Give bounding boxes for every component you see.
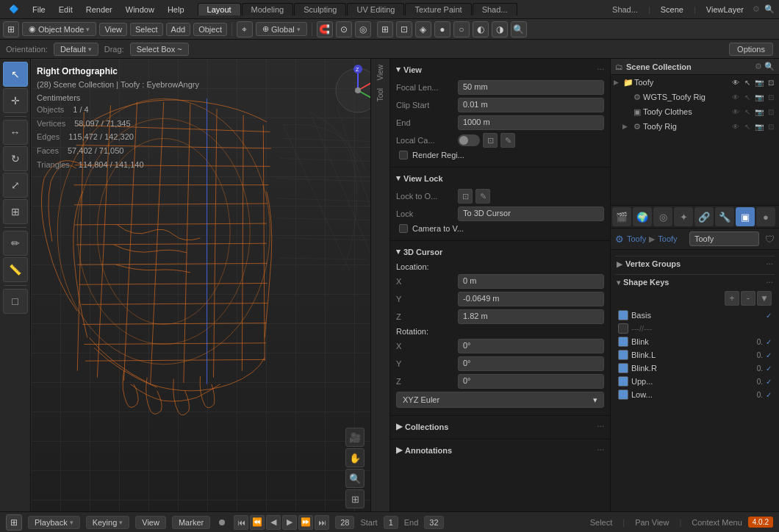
cursor-ry-field[interactable]: 0° [458, 356, 604, 371]
toofy-vis-render[interactable]: 📷 [754, 77, 764, 87]
tab-data[interactable]: ▣ [736, 207, 755, 226]
object-mode-selector[interactable]: ◉ Object Mode ▾ [22, 22, 96, 36]
vg-settings[interactable]: ⋯ [766, 260, 773, 268]
cursor-rx-field[interactable]: 0° [458, 339, 604, 353]
outliner-wgts[interactable]: ⚙ WGTS_Toofy Rig 👁 ↖ 📷 ⊡ [611, 90, 779, 104]
sk-upp-check[interactable] [618, 376, 628, 387]
magnet-icon[interactable]: 🧲 [317, 21, 333, 37]
workspace-uv[interactable]: UV Editing [347, 3, 404, 15]
wgts-vis-filter[interactable]: ⊡ [766, 92, 776, 102]
solid-mode[interactable]: ● [434, 21, 450, 37]
wireframe-mode[interactable]: ○ [453, 21, 470, 37]
clothes-vis-cursor[interactable]: ↖ [742, 107, 753, 117]
xray-toggle[interactable]: ◈ [415, 21, 431, 37]
view-settings-icon[interactable]: ⋯ [597, 65, 604, 73]
sk-basis-vis[interactable]: ✓ [766, 312, 772, 320]
pan-btn[interactable]: ✋ [345, 448, 365, 467]
workspace-modeling[interactable]: Modeling [242, 3, 294, 15]
sk-upp-vis[interactable]: ✓ [766, 378, 772, 386]
shape-keys-header[interactable]: ▾ Shape Keys ⋯ [615, 275, 775, 290]
wgts-vis-eye[interactable]: 👁 [730, 92, 741, 102]
clothes-vis-filter[interactable]: ⊡ [766, 107, 776, 117]
measure-tool[interactable]: 📏 [3, 257, 28, 282]
toofy-vis-filter[interactable]: ⊡ [766, 77, 776, 87]
keying-selector[interactable]: Keying ▾ [86, 516, 130, 529]
tool-tab[interactable]: Tool [376, 85, 384, 104]
engine-selector[interactable]: Shad... [606, 4, 644, 15]
render-menu[interactable]: Render [80, 4, 118, 15]
rig-vis-filter[interactable]: ⊡ [766, 121, 776, 132]
scale-tool[interactable]: ⤢ [3, 173, 28, 198]
sk-sep-check[interactable] [618, 323, 628, 334]
sk-low-check[interactable] [618, 389, 628, 400]
cursor-y-field[interactable]: -0.0649 m [458, 292, 604, 306]
bottom-mode-icon[interactable]: ⊞ [6, 514, 22, 531]
help-menu[interactable]: Help [162, 4, 190, 15]
tab-particles[interactable]: ✦ [674, 207, 693, 226]
view-layer-selector[interactable]: ViewLayer [700, 4, 750, 15]
collections-header[interactable]: ▶ Collections ⋯ [396, 419, 604, 436]
view-lock-header[interactable]: ▾ View Lock [396, 170, 604, 187]
sk-add-btn[interactable]: + [725, 291, 739, 306]
render-mode[interactable]: ◑ [492, 21, 508, 37]
sk-blink-vis[interactable]: ✓ [766, 338, 772, 346]
material-mode[interactable]: ◐ [473, 21, 489, 37]
play-btn[interactable]: ▶ [282, 515, 297, 530]
camera-to-check[interactable] [399, 224, 408, 233]
sk-low[interactable]: Low... 0. ✓ [615, 388, 775, 401]
outliner-toofy[interactable]: ▶ 📁 Toofy 👁 ↖ 📷 ⊡ [611, 75, 779, 90]
sk-blinkr-vis[interactable]: ✓ [766, 364, 772, 373]
options-button[interactable]: Options [729, 43, 773, 56]
select-box-selector[interactable]: Select Box ~ [130, 43, 189, 56]
current-frame[interactable]: 28 [335, 516, 354, 529]
sk-blink-r[interactable]: Blink.R 0. ✓ [615, 362, 775, 375]
rotate-tool[interactable]: ↻ [3, 146, 28, 171]
prop-breadcrumb-1[interactable]: Toofy [627, 234, 646, 243]
local-cam-icon[interactable]: ⊡ [483, 133, 498, 148]
focal-length-field[interactable]: 50 mm [458, 80, 604, 95]
euler-mode-selector[interactable]: XYZ Euler ▾ [396, 392, 604, 408]
annotations-header[interactable]: ▶ Annotations ⋯ [396, 442, 604, 459]
next-keyframe-btn[interactable]: ⏩ [298, 515, 313, 530]
render-region-check[interactable] [399, 151, 408, 159]
lock-to-pick[interactable]: ✎ [475, 189, 490, 204]
sk-blink-check[interactable] [618, 337, 628, 347]
rig-vis-eye[interactable]: 👁 [730, 121, 741, 132]
workspace-layout[interactable]: Layout [198, 3, 241, 15]
window-menu[interactable]: Window [120, 4, 160, 15]
play-back-btn[interactable]: ◀ [266, 515, 281, 530]
select-tool[interactable]: ↖ [3, 62, 28, 87]
sk-down-btn[interactable]: ▼ [757, 291, 772, 306]
tab-material[interactable]: ● [756, 207, 775, 226]
clothes-vis-eye[interactable]: 👁 [730, 107, 741, 117]
outliner-rig[interactable]: ▶ ⚙ Toofy Rig 👁 ↖ 📷 ⊡ [611, 119, 779, 134]
display-icon[interactable]: ◎ [355, 21, 371, 37]
scene-selector[interactable]: Scene [655, 4, 689, 15]
cursor-rz-field[interactable]: 0° [458, 374, 604, 389]
sk-blinkl-vis[interactable]: ✓ [766, 351, 772, 359]
tab-constraints[interactable]: 🔗 [694, 207, 714, 226]
marker-selector[interactable]: Marker [172, 516, 210, 529]
workspace-texture[interactable]: Texture Paint [405, 3, 471, 15]
sk-blink-l[interactable]: Blink.L 0. ✓ [615, 348, 775, 362]
transform-tool[interactable]: ⊞ [3, 199, 28, 224]
sk-upp[interactable]: Upp... 0. ✓ [615, 375, 775, 388]
default-orientation[interactable]: Default ▾ [54, 43, 98, 56]
tab-object[interactable]: ◎ [653, 207, 672, 226]
sk-blinkl-check[interactable] [618, 350, 628, 360]
proportional-icon[interactable]: ⊙ [336, 21, 352, 37]
add-cube-tool[interactable]: □ [3, 289, 28, 314]
tab-world[interactable]: 🌍 [633, 207, 652, 226]
view-tab[interactable]: View [376, 62, 384, 84]
clothes-vis-render[interactable]: 📷 [754, 107, 764, 117]
workspace-sculpting[interactable]: Sculpting [294, 3, 346, 15]
camera-btn[interactable]: 🎥 [345, 428, 365, 447]
sk-settings[interactable]: ⋯ [766, 278, 773, 287]
local-cam-toggle[interactable] [458, 134, 480, 146]
tab-modifier[interactable]: 🔧 [715, 207, 734, 226]
overlay-toggle[interactable]: ⊡ [396, 21, 412, 37]
prop-breadcrumb-2[interactable]: Toofy [658, 234, 677, 243]
tab-scene[interactable]: 🎬 [612, 207, 631, 226]
cursor-z-field[interactable]: 1.82 m [458, 309, 604, 324]
rig-vis-render[interactable]: 📷 [754, 121, 764, 132]
